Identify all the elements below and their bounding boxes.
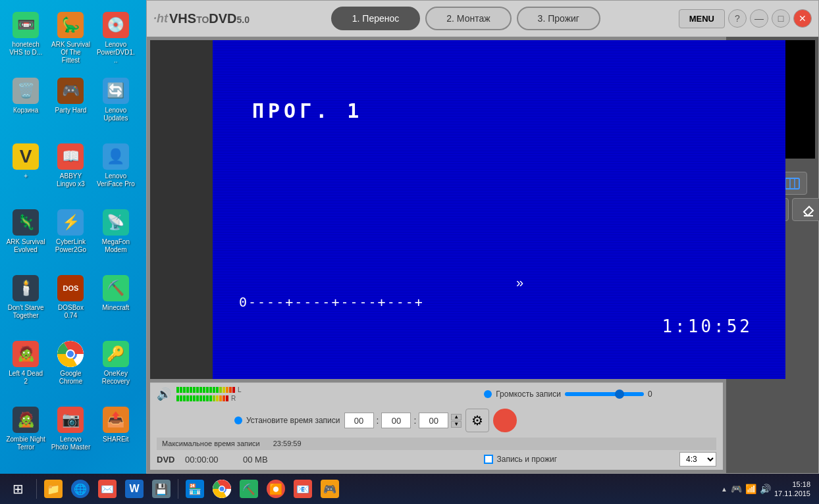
party-hard-label: Party Hard	[55, 107, 87, 114]
level-meter-l: L	[176, 386, 242, 393]
help-button[interactable]: ?	[728, 9, 747, 28]
volume-slider[interactable]	[565, 392, 644, 396]
ark-fittest-icon: 🦕	[57, 12, 84, 38]
desktop-icon-chrome[interactable]: Google Chrome	[48, 336, 93, 401]
tab-burn[interactable]: 3. Прожиг	[517, 7, 600, 30]
volume-slider-thumb	[615, 390, 624, 399]
abbyy-icon: 📖	[57, 143, 84, 170]
desktop-icon-abbyy[interactable]: 📖 ABBYY Lingvo x3	[48, 138, 93, 204]
trash-label: Корзина	[13, 107, 38, 114]
volume-slider-container[interactable]	[565, 392, 644, 396]
left-panel: ПРОГ. 1 » 0----+----+----+---+ 1:10:52 🔊	[147, 37, 726, 473]
time-seconds-input[interactable]	[419, 413, 448, 428]
speaker-icon: 🔊	[157, 387, 171, 401]
close-button[interactable]: ✕	[793, 9, 812, 28]
meter-r-label: R	[231, 395, 236, 402]
taskbar-item-mail[interactable]: ✉️	[95, 476, 120, 501]
taskbar-item-game[interactable]: 🎮	[317, 476, 342, 501]
taskbar-item-store[interactable]: 🏪	[182, 476, 207, 501]
tray-date-display: 17.11.2015	[774, 489, 810, 498]
volume-value: 0	[648, 390, 661, 399]
dosbox-icon: DOS	[57, 275, 84, 301]
desktop-icon-ark-fittest[interactable]: 🦕 ARK Survival Of The Fittest	[48, 7, 93, 72]
desktop-icon-dosbox[interactable]: DOS DOSBox 0.74	[48, 270, 93, 336]
system-clock: 15:18 17.11.2015	[774, 480, 810, 499]
tray-volume-icon[interactable]: 🔊	[760, 484, 771, 494]
menu-button[interactable]: MENU	[679, 9, 725, 28]
time-spin-down[interactable]: ▼	[451, 421, 462, 428]
taskbar-ie-icon: 🌐	[71, 480, 90, 498]
taskbar-item-word[interactable]: W	[122, 476, 147, 501]
taskbar-item-email[interactable]: 📧	[290, 476, 315, 501]
desktop-icon-zombie[interactable]: 🧟 Zombie Night Terror	[3, 401, 48, 467]
erase-button[interactable]	[792, 198, 819, 221]
desktop-icon-dont-starve[interactable]: 🕯️ Don't Starve Together	[3, 270, 48, 336]
time-hours-input[interactable]	[344, 413, 374, 428]
party-hard-icon: 🎮	[57, 78, 84, 104]
desktop-icon-power2go[interactable]: ⚡ CyberLink Power2Go	[48, 204, 93, 270]
taskbar-file-explorer-icon: 📁	[44, 480, 63, 498]
minimize-button[interactable]: —	[750, 9, 768, 28]
start-button[interactable]: ⊞	[3, 476, 32, 501]
desktop-icon-shareit[interactable]: 📤 SHAREit	[93, 401, 138, 467]
logo-vhs: VHSTODVD5.0	[169, 11, 250, 26]
taskbar-game-icon: 🎮	[321, 480, 339, 498]
desktop-icon-left4dead[interactable]: 🧟 Left 4 Dead 2	[3, 336, 48, 401]
info-bar: Максимальное время записи 23:59:59	[157, 438, 716, 449]
windows-logo-icon: ⊞	[13, 481, 24, 497]
taskbar-item-chrome[interactable]	[209, 476, 234, 501]
level-meter-r: R	[176, 395, 242, 402]
desktop-icon-trash[interactable]: 🗑️ Корзина	[3, 72, 48, 138]
taskbar-item-ie[interactable]: 🌐	[68, 476, 93, 501]
time-sep-1: :	[377, 415, 379, 426]
time-control-item: Установите время записи : : ▲ ▼	[234, 409, 716, 432]
taskbar-item-record[interactable]: ⏺️	[263, 476, 288, 501]
tray-expand-icon[interactable]: ▲	[721, 486, 727, 493]
time-minutes-input[interactable]	[381, 413, 411, 428]
dont-starve-label: Don't Starve Together	[6, 304, 45, 320]
tray-steam-icon[interactable]: 🎮	[731, 484, 742, 494]
record-button[interactable]	[493, 409, 517, 432]
megafon-icon: 📡	[103, 209, 129, 236]
controls-bottom: DVD 00:00:00 00 MB Запись и прожиг 4:3 1…	[157, 449, 716, 466]
time-sep-2: :	[413, 415, 416, 426]
volume-indicator-dot	[484, 390, 492, 398]
photo-master-icon: 📷	[57, 407, 84, 433]
dont-starve-icon: 🕯️	[13, 275, 39, 301]
desktop-icon-minecraft[interactable]: ⛏️ Minecraft	[93, 270, 138, 336]
max-time-value: 23:59:59	[273, 440, 302, 447]
tab-montage[interactable]: 2. Монтаж	[425, 7, 511, 30]
left4dead-icon: 🧟	[13, 341, 39, 367]
nav-tabs: 1. Перенос 2. Монтаж 3. Прожиг	[259, 7, 672, 30]
tab-transfer[interactable]: 1. Перенос	[331, 7, 421, 30]
desktop-icon-photo-master[interactable]: 📷 Lenovo Photo Master	[48, 401, 93, 467]
maximize-button[interactable]: □	[772, 9, 790, 28]
tray-network-icon[interactable]: 📶	[745, 484, 756, 494]
time-spin-up[interactable]: ▲	[451, 414, 462, 420]
taskbar-item-minecraft[interactable]: ⛏️	[236, 476, 261, 501]
lenovo-updates-icon: 🔄	[103, 78, 129, 104]
veriface-icon: 👤	[103, 143, 129, 170]
record-burn-checkbox[interactable]	[484, 455, 493, 464]
settings-button[interactable]: ⚙	[465, 409, 489, 432]
onekey-label: OneKey Recovery	[96, 370, 136, 386]
desktop-icon-hometech-vhs[interactable]: 📼 honetech VHS to D...	[3, 7, 48, 72]
shareit-icon: 📤	[103, 407, 129, 433]
desktop-icon-vector[interactable]: V +	[3, 138, 48, 204]
taskbar-item-file-explorer[interactable]: 📁	[41, 476, 66, 501]
desktop-icon-veriface[interactable]: 👤 Lenovo VeriFace Pro	[93, 138, 138, 204]
taskbar-item-disk[interactable]: 💾	[149, 476, 174, 501]
lenovo-updates-label: Lenovo Updates	[96, 107, 136, 122]
volume-control-item: Громкость записи 0	[484, 390, 716, 399]
aspect-ratio-select[interactable]: 4:3 16:9	[679, 452, 716, 466]
desktop-icon-lenovo-powerdvd[interactable]: 💿 Lenovo PowerDVD1...	[93, 7, 138, 72]
desktop-icon-ark-evolved[interactable]: 🦎 ARK Survival Evolved	[3, 204, 48, 270]
desktop-icon-party-hard[interactable]: 🎮 Party Hard	[48, 72, 93, 138]
desktop-icon-lenovo-updates[interactable]: 🔄 Lenovo Updates	[93, 72, 138, 138]
hometech-vhs-icon: 📼	[13, 12, 39, 38]
dvd-time-display: 00:00:00	[185, 455, 238, 465]
meter-l-label: L	[238, 386, 242, 393]
desktop-icon-megafon[interactable]: 📡 MegaFon Modem	[93, 204, 138, 270]
desktop-icon-onekey[interactable]: 🔑 OneKey Recovery	[93, 336, 138, 401]
veriface-label: Lenovo VeriFace Pro	[96, 172, 136, 188]
